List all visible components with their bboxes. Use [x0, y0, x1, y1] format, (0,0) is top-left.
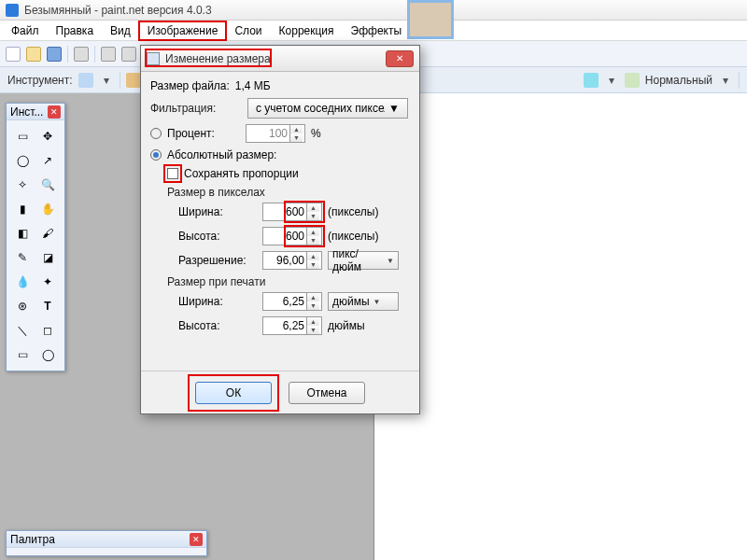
new-icon[interactable]	[6, 47, 21, 62]
tool-move[interactable]: ✥	[37, 126, 58, 147]
print-width-spinner[interactable]: ▲▼	[262, 292, 322, 311]
pixel-group-label: Размер в пикселах	[167, 186, 410, 199]
chevron-down-icon: ▼	[387, 257, 394, 265]
tool-recolor[interactable]: ✦	[37, 272, 58, 292]
save-icon[interactable]	[47, 47, 62, 62]
absolute-radio[interactable]	[150, 149, 162, 161]
height-unit: (пикселы)	[328, 230, 378, 243]
print-height-input[interactable]	[263, 318, 306, 333]
tool-rect-select[interactable]: ▭	[12, 126, 33, 147]
width-label: Ширина:	[178, 205, 257, 218]
tool-shapes[interactable]: ◻	[37, 320, 58, 341]
tool-rect[interactable]: ▭	[12, 344, 33, 365]
menu-file[interactable]: Файл	[4, 22, 47, 39]
width-input[interactable]	[263, 204, 306, 219]
print-icon[interactable]	[74, 47, 89, 62]
cancel-button[interactable]: Отмена	[289, 382, 365, 404]
separator	[67, 46, 68, 63]
dialog-title-text: Изменение размера	[165, 52, 386, 65]
menu-edit[interactable]: Правка	[49, 22, 102, 39]
window-title: Безымянный - paint.net версия 4.0.3	[24, 4, 212, 17]
height-spinner[interactable]: ▲▼	[262, 227, 322, 245]
print-group-label: Размер при печати	[167, 275, 410, 288]
tool-move-selection[interactable]: ↗	[37, 150, 58, 171]
toolbox-close-icon[interactable]: ✕	[48, 105, 61, 119]
tool-gradient[interactable]: ◧	[12, 223, 33, 244]
resolution-spinner[interactable]: ▲▼	[262, 251, 322, 270]
percent-radio[interactable]	[150, 128, 162, 139]
menu-layers[interactable]: Слои	[227, 22, 269, 39]
keep-ratio-checkbox[interactable]	[167, 168, 178, 179]
chevron-down-icon: ▼	[388, 102, 400, 115]
copy-icon[interactable]	[121, 47, 136, 62]
print-unit: дюймы	[332, 295, 370, 308]
tool-eraser[interactable]: ◪	[37, 247, 58, 268]
curve-icon[interactable]	[584, 73, 599, 88]
toolbox-title: Инст...	[10, 105, 43, 119]
print-unit-combo[interactable]: дюймы ▼	[328, 292, 399, 311]
resolution-label: Разрешение:	[178, 254, 257, 267]
menu-image[interactable]: Изображение	[138, 21, 228, 41]
separator	[94, 46, 95, 63]
shape-icon[interactable]	[126, 73, 141, 88]
height-input[interactable]	[263, 229, 306, 244]
bucket-icon[interactable]	[625, 73, 640, 88]
tool-brush[interactable]: 🖌	[37, 223, 58, 244]
resolution-input[interactable]	[263, 253, 306, 268]
open-icon[interactable]	[26, 47, 41, 62]
filter-label: Фильтрация:	[150, 102, 242, 115]
print-height-label: Высота:	[178, 319, 257, 332]
tool-magic-wand[interactable]: ✧	[12, 175, 33, 195]
resolution-unit-combo[interactable]: пикс/дюйм ▼	[328, 251, 399, 270]
tool-dropdown[interactable]: ▾	[99, 74, 114, 87]
dialog-close-button[interactable]: ✕	[386, 50, 414, 67]
tool-picker[interactable]: 💧	[12, 272, 33, 292]
palette-close-icon[interactable]: ✕	[190, 533, 203, 546]
document-thumbnail[interactable]	[407, 0, 454, 39]
app-icon	[6, 4, 19, 17]
current-tool-icon[interactable]	[78, 73, 93, 88]
tool-ellipse[interactable]: ◯	[37, 344, 58, 365]
dialog-icon	[147, 52, 160, 65]
menu-bar: Файл Правка Вид Изображение Слои Коррекц…	[0, 21, 747, 41]
tool-pencil[interactable]: ✎	[12, 247, 33, 268]
height-label: Высота:	[178, 230, 257, 243]
percent-spinner: ▲▼	[246, 124, 305, 143]
cut-icon[interactable]	[101, 47, 116, 62]
percent-input	[247, 126, 289, 141]
toolbox-window[interactable]: Инст... ✕ ▭ ✥ ◯ ↗ ✧ 🔍 ▮ ✋ ◧ 🖌 ✎ ◪ 💧 ✦ ⊛ …	[6, 103, 65, 371]
absolute-label: Абсолютный размер:	[167, 148, 276, 161]
resize-dialog: Изменение размера ✕ Размер файла: 1,4 МБ…	[140, 45, 420, 414]
menu-adjustments[interactable]: Коррекция	[272, 22, 342, 39]
print-height-spinner[interactable]: ▲▼	[262, 316, 322, 335]
tool-text[interactable]: T	[37, 296, 58, 316]
tool-clone[interactable]: ⊛	[12, 296, 33, 316]
width-spinner[interactable]: ▲▼	[262, 203, 322, 221]
blend-mode[interactable]: Нормальный	[645, 74, 712, 87]
menu-view[interactable]: Вид	[103, 22, 138, 39]
filesize-value: 1,4 МБ	[235, 79, 271, 92]
tool-bucket[interactable]: ▮	[12, 199, 33, 219]
curve-dropdown[interactable]: ▾	[604, 74, 619, 87]
canvas[interactable]	[374, 93, 747, 560]
menu-effects[interactable]: Эффекты	[344, 22, 410, 39]
blend-dropdown[interactable]: ▾	[718, 74, 733, 87]
percent-label: Процент:	[167, 127, 240, 140]
separator	[120, 72, 120, 89]
filesize-label: Размер файла:	[150, 79, 230, 92]
ok-button[interactable]: ОК	[195, 382, 272, 404]
filter-dropdown[interactable]: с учетом соседних пикселов ▼	[247, 98, 408, 119]
tool-hand[interactable]: ✋	[37, 199, 58, 219]
palette-window[interactable]: Палитра ✕	[6, 530, 207, 556]
tool-zoom[interactable]: 🔍	[37, 175, 58, 195]
print-width-input[interactable]	[263, 294, 306, 309]
keep-ratio-label: Сохранять пропорции	[184, 167, 299, 180]
tool-line[interactable]: ＼	[12, 320, 33, 341]
dialog-titlebar[interactable]: Изменение размера ✕	[141, 46, 419, 72]
print-height-unit: дюймы	[328, 319, 365, 332]
tool-lasso[interactable]: ◯	[12, 150, 33, 171]
chevron-down-icon: ▼	[374, 298, 381, 306]
resolution-unit: пикс/дюйм	[332, 247, 383, 273]
palette-title: Палитра	[10, 533, 55, 546]
print-width-label: Ширина:	[178, 295, 257, 308]
